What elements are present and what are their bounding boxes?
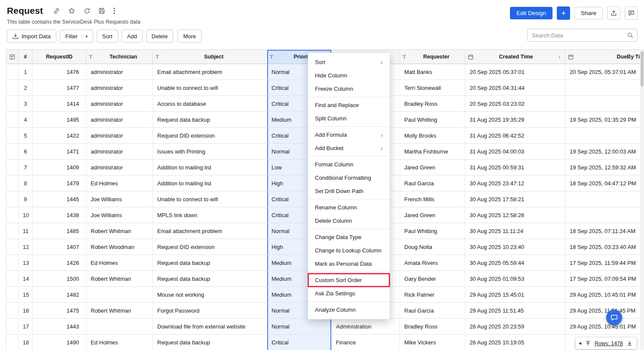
menu-item-mark-as-personal-data[interactable]: Mark as Personal Data	[308, 257, 390, 270]
create-new-button[interactable]: +	[557, 6, 570, 20]
cell-priority[interactable]: Normal	[267, 319, 332, 335]
cell-requester[interactable]: Martha Fishburne	[400, 144, 465, 160]
cell-select[interactable]	[6, 319, 18, 335]
delete-button[interactable]: Delete	[146, 30, 174, 43]
cell-rownum[interactable]: 14	[18, 271, 33, 287]
cell-select[interactable]	[6, 80, 18, 96]
column-header-dueby_time[interactable]: DueBy Time	[565, 50, 644, 64]
cell-rownum[interactable]: 10	[18, 207, 33, 223]
import-data-button[interactable]: Import Data	[7, 30, 56, 43]
cell-rownum[interactable]: 3	[18, 96, 33, 112]
cell-request_id[interactable]: 1443	[33, 319, 86, 335]
cell-rownum[interactable]: 15	[18, 287, 33, 303]
cell-subject[interactable]: Access to database	[153, 96, 267, 112]
cell-subject[interactable]: Addition to mailing list	[153, 160, 267, 175]
cell-technician[interactable]: administrator	[86, 112, 153, 128]
menu-item-analyze-column[interactable]: Analyze Column	[308, 303, 390, 316]
cell-subject[interactable]: Addition to mailing list	[153, 175, 267, 191]
menu-item-set-drill-down-path[interactable]: Set Drill Down Path	[308, 184, 390, 198]
cell-requester[interactable]: Terri Stonewall	[400, 80, 465, 96]
menu-item-conditional-formatting[interactable]: Conditional Formatting	[308, 171, 390, 184]
cell-technician[interactable]: Robert Whitman	[86, 303, 153, 319]
cell-request_id[interactable]: 1475	[33, 303, 86, 319]
cell-select[interactable]	[6, 64, 18, 80]
cell-request_id[interactable]: 1438	[33, 207, 86, 223]
more-button[interactable]: More	[177, 30, 201, 43]
cell-technician[interactable]: administrator	[86, 144, 153, 160]
cell-technician[interactable]: Ed Holmes	[86, 335, 153, 350]
scroll-to-bottom-icon[interactable]	[627, 341, 632, 346]
column-header-request_id[interactable]: RequestID	[33, 50, 86, 64]
cell-created_time[interactable]: 28 Aug 2025 20:23:59	[465, 319, 565, 335]
rows-count-label[interactable]: Rows: 1478	[595, 341, 623, 347]
menu-item-hide-column[interactable]: Hide Column	[308, 69, 390, 82]
cell-subject[interactable]: Unable to connect to wifi	[153, 191, 267, 207]
cell-select[interactable]	[6, 335, 18, 350]
cell-request_id[interactable]: 1414	[33, 96, 86, 112]
cell-dueby_time[interactable]	[565, 207, 644, 223]
add-button[interactable]: Add	[122, 30, 143, 43]
kebab-menu-icon[interactable]	[113, 7, 115, 14]
cell-subject[interactable]: Download file from external website	[153, 319, 267, 335]
cell-rownum[interactable]: 4	[18, 112, 33, 128]
cell-created_time[interactable]: 20 Sep 2025 04:31:44	[465, 80, 565, 96]
cell-dueby_time[interactable]: 19 Sep 2025, 12:59:32 AM	[565, 160, 644, 175]
cell-technician[interactable]: administrator	[86, 160, 153, 175]
cell-requester[interactable]: Bradley Ross	[400, 96, 465, 112]
cell-created_time[interactable]: 30 Aug 2025 17:58:21	[465, 191, 565, 207]
column-header-requester[interactable]: TRequester	[400, 50, 465, 64]
cell-requester[interactable]: Amata Rivers	[400, 255, 465, 271]
cell-requester[interactable]: Matt Banks	[400, 64, 465, 80]
cell-dueby_time[interactable]: 19 Sep 2025, 01:35:29 PM	[565, 112, 644, 128]
menu-item-delete-column[interactable]: Delete Column	[308, 214, 390, 227]
cell-dueby_time[interactable]: 29 Aug 2025, 10:45:01 PM	[565, 287, 644, 303]
cell-technician[interactable]: administrator	[86, 64, 153, 80]
cell-technician[interactable]	[86, 287, 153, 303]
menu-item-find-and-replace[interactable]: Find and Replace	[308, 98, 390, 112]
cell-select[interactable]	[6, 160, 18, 175]
cell-created_time[interactable]: 31 Aug 2025 19:35:29	[465, 112, 565, 128]
cell-created_time[interactable]: 29 Aug 2025 11:51:45	[465, 303, 565, 319]
cell-subject[interactable]: Issues with Printing	[153, 144, 267, 160]
cell-subject[interactable]: Request data backup	[153, 255, 267, 271]
cell-request_id[interactable]: 1495	[33, 112, 86, 128]
cell-subject[interactable]: Unable to connect to wifi	[153, 80, 267, 96]
cell-request_id[interactable]: 1485	[33, 223, 86, 239]
cell-technician[interactable]: Joe Williams	[86, 191, 153, 207]
cell-request_id[interactable]: 1477	[33, 80, 86, 96]
share-button[interactable]: Share	[574, 7, 603, 19]
cell-technician[interactable]: Ed Holmes	[86, 255, 153, 271]
cell-requester[interactable]: French Mills	[400, 191, 465, 207]
menu-item-sort[interactable]: Sort›	[308, 55, 390, 69]
cell-rownum[interactable]: 5	[18, 128, 33, 144]
cell-subject[interactable]: Request data backup	[153, 271, 267, 287]
cell-priority[interactable]: Critical	[267, 335, 332, 350]
cell-request_id[interactable]: 1445	[33, 191, 86, 207]
cell-dueby_time[interactable]: 29 Aug 2025, 10:45:01 PM	[565, 319, 644, 335]
cell-rownum[interactable]: 17	[18, 319, 33, 335]
cell-technician[interactable]: Joe Williams	[86, 207, 153, 223]
cell-subject[interactable]: Request data backup	[153, 335, 267, 350]
cell-rownum[interactable]: 6	[18, 144, 33, 160]
search-input[interactable]	[528, 32, 627, 39]
search-icon[interactable]	[627, 32, 633, 38]
cell-rownum[interactable]: 9	[18, 191, 33, 207]
collapse-handle-icon[interactable]: ◀	[579, 341, 581, 345]
cell-technician[interactable]: Robert Whitman	[86, 223, 153, 239]
vertical-scrollbar[interactable]	[640, 49, 644, 350]
column-header-created_time[interactable]: Created Time↑	[465, 50, 565, 64]
cell-requester[interactable]: Mike Vickers	[400, 335, 465, 350]
menu-item-change-data-type[interactable]: Change Data Type	[308, 230, 390, 244]
cell-dueby_time[interactable]	[565, 191, 644, 207]
cell-request_id[interactable]: 1500	[33, 271, 86, 287]
comments-button[interactable]	[625, 6, 638, 20]
cell-technician[interactable]: administrator	[86, 80, 153, 96]
sort-button[interactable]: Sort	[97, 30, 118, 43]
cell-subject[interactable]: Mouse not working	[153, 287, 267, 303]
cell-dueby_time[interactable]	[565, 128, 644, 144]
column-header-subject[interactable]: TSubject	[153, 50, 267, 64]
cell-request_id[interactable]: 1476	[33, 64, 86, 80]
cell-select[interactable]	[6, 112, 18, 128]
menu-item-ask-zia-settings[interactable]: Ask Zia Settings	[308, 287, 390, 300]
cell-select[interactable]	[6, 287, 18, 303]
